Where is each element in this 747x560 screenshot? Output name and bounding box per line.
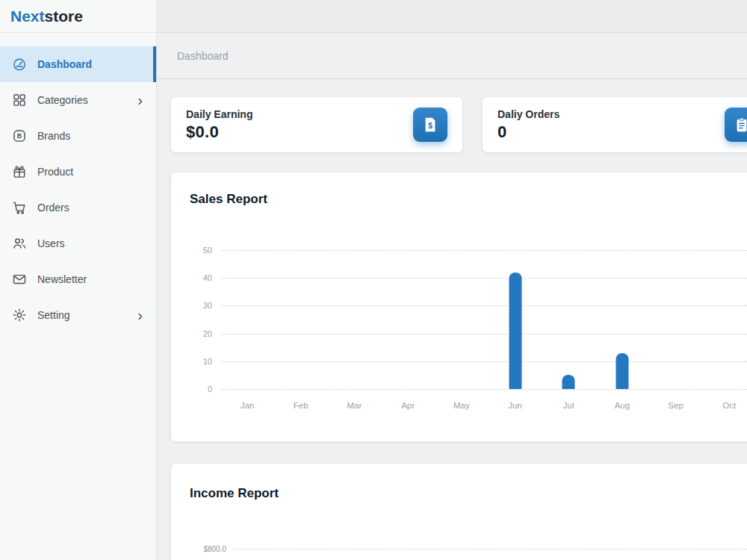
- x-axis-tick-label: Aug: [615, 401, 630, 410]
- x-axis-tick-label: Feb: [294, 401, 309, 410]
- daily-orders-texts: Daliy Orders 0: [498, 108, 560, 142]
- sidebar-item-users[interactable]: Users: [0, 225, 156, 261]
- x-axis-tick-label: Mar: [347, 401, 362, 410]
- sidebar-item-product[interactable]: Product: [0, 154, 156, 190]
- gridline: [221, 389, 747, 390]
- logo-text-primary: Next: [10, 7, 45, 25]
- users-icon: [12, 236, 27, 251]
- x-axis-tick-label: May: [453, 401, 470, 410]
- sidebar-item-label: Newsletter: [37, 273, 144, 285]
- income-report-card: Income Report $800.0: [171, 464, 747, 560]
- y-axis-tick-label: 20: [177, 329, 212, 338]
- svg-text:$: $: [428, 122, 433, 130]
- content: Daily Earning $0.0 $ Daliy Orders 0: [158, 79, 747, 560]
- sidebar-item-label: Categories: [37, 94, 127, 106]
- sidebar-item-label: Orders: [37, 202, 144, 214]
- newsletter-icon: [12, 272, 27, 287]
- y-axis-tick-label: 0: [177, 385, 212, 393]
- logo-text-secondary: store: [45, 7, 83, 25]
- sidebar-item-label: Setting: [37, 309, 127, 321]
- sidebar-nav: DashboardCategories›BBrandsProductOrders…: [0, 46, 156, 333]
- categories-icon: [12, 93, 27, 108]
- sidebar-item-label: Dashboard: [37, 58, 141, 70]
- setting-icon: [12, 308, 27, 323]
- sales-chart: 01020304050JanFebMarAprMayJunJulAugSepOc…: [171, 172, 747, 441]
- sales-report-card: Sales Report 01020304050JanFebMarAprMayJ…: [171, 172, 747, 441]
- sidebar-item-newsletter[interactable]: Newsletter: [0, 261, 156, 297]
- sidebar-item-label: Brands: [37, 130, 144, 142]
- topbar: [158, 0, 747, 33]
- daily-earning-value: $0.0: [186, 122, 252, 142]
- daily-orders-value: 0: [498, 122, 560, 142]
- sidebar-item-label: Users: [37, 237, 144, 249]
- sidebar-item-label: Product: [37, 166, 144, 178]
- sidebar: Nextstore DashboardCategories›BBrandsPro…: [0, 0, 157, 560]
- gridline: [221, 278, 747, 279]
- y-axis-tick-label: 40: [177, 273, 212, 282]
- x-axis-tick-label: Apr: [401, 401, 415, 410]
- gridline: [221, 334, 747, 335]
- main-area: Dashboard Daily Earning $0.0 $ Daliy O: [158, 0, 747, 560]
- invoice-icon: $: [413, 108, 447, 142]
- daily-earning-card: Daily Earning $0.0 $: [171, 97, 462, 152]
- chevron-right-icon: ›: [137, 93, 144, 108]
- gridline: [232, 549, 747, 550]
- sidebar-item-categories[interactable]: Categories›: [0, 82, 156, 118]
- gridline: [221, 250, 747, 251]
- app-logo: Nextstore: [0, 0, 156, 33]
- x-axis-tick-label: Sep: [668, 401, 683, 410]
- breadcrumb: Dashboard: [177, 50, 229, 62]
- x-axis-tick-label: Jan: [241, 401, 255, 410]
- gridline: [221, 305, 747, 306]
- sidebar-item-setting[interactable]: Setting›: [0, 297, 156, 333]
- y-axis-tick-label: 50: [177, 246, 212, 255]
- daily-orders-card: Daliy Orders 0: [483, 97, 747, 152]
- daily-earning-label: Daily Earning: [186, 108, 252, 120]
- daily-earning-texts: Daily Earning $0.0: [186, 108, 252, 142]
- clipboard-icon: [725, 108, 747, 142]
- bar-aug: [616, 353, 628, 389]
- svg-text:B: B: [17, 132, 22, 140]
- bar-jul: [562, 375, 575, 389]
- chevron-right-icon: ›: [137, 308, 144, 323]
- product-icon: [12, 164, 27, 179]
- y-axis-tick-label: 30: [177, 301, 212, 310]
- stat-row: Daily Earning $0.0 $ Daliy Orders 0: [171, 97, 734, 152]
- y-axis-tick-label: 10: [177, 357, 212, 366]
- brands-icon: B: [12, 128, 27, 143]
- gridline: [221, 361, 747, 362]
- x-axis-tick-label: Oct: [722, 401, 736, 410]
- x-axis-tick-label: Jun: [508, 401, 522, 410]
- y-axis-tick-label: $800.0: [171, 545, 226, 553]
- orders-icon: [12, 200, 27, 215]
- sidebar-item-dashboard[interactable]: Dashboard: [0, 46, 156, 82]
- breadcrumb-bar: Dashboard: [158, 33, 747, 79]
- income-chart: $800.0: [171, 464, 747, 560]
- bar-jun: [509, 273, 521, 389]
- sidebar-item-orders[interactable]: Orders: [0, 190, 156, 225]
- daily-orders-label: Daliy Orders: [498, 108, 560, 120]
- sidebar-item-brands[interactable]: BBrands: [0, 118, 156, 154]
- x-axis-tick-label: Jul: [563, 401, 574, 410]
- dashboard-icon: [12, 57, 27, 72]
